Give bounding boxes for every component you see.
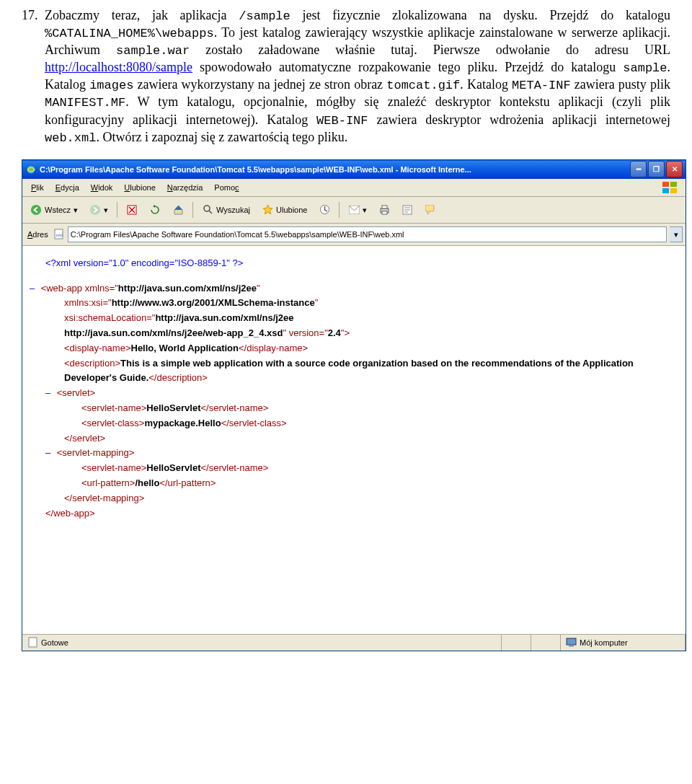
menu-pomoc[interactable]: Pomoc [208,180,244,195]
refresh-button[interactable] [144,201,166,219]
xml-pi: <?xml version="1.0" encoding="ISO-8859-1… [45,257,243,268]
text: zostało załadowane właśnie tutaj. Pierws… [190,43,670,57]
xml-attr-val: http://java.sun.com/xml/ns/j2ee/web-app_… [64,327,283,338]
titlebar: C:\Program Files\Apache Software Foundat… [22,160,686,179]
svg-point-8 [204,206,210,211]
status-zone-text: Mój komputer [580,638,628,648]
status-empty-2 [531,635,561,651]
document-list-item: 17. Zobaczmy teraz, jak aplikacja /sampl… [22,7,670,146]
svg-rect-13 [382,211,387,214]
status-text-panel: Gotowe [22,635,502,651]
xml-tag: </servlet> [64,433,105,444]
address-dropdown-button[interactable]: ▾ [670,226,683,242]
menu-widok[interactable]: Widok [85,180,119,195]
xml-tag: xmlns:xsi=" [64,297,112,308]
code: %CATALINA_HOME%\webapps [45,27,214,40]
xml-text: /hello [135,477,159,488]
dropdown-arrow-icon: ▾ [363,205,367,215]
statusbar: Gotowe Mój komputer [22,634,686,651]
xml-tag: <servlet-mapping> [57,447,135,458]
xml-tag: xsi:schemaLocation=" [64,312,155,323]
xml-tag: </servlet-mapping> [64,493,144,503]
history-button[interactable] [314,201,335,219]
xml-attr-val: http://www.w3.org/2001/XMLSchema-instanc… [112,297,315,308]
stop-button[interactable] [121,201,143,219]
text: . Katalog [460,77,512,92]
menu-ulubione[interactable]: Ulubione [118,180,161,195]
svg-rect-15 [425,205,434,211]
collapse-toggle[interactable]: – [30,281,38,296]
text: jest fizycznie zlokalizowana na dysku. P… [290,8,670,22]
windows-flag-icon [657,180,683,195]
back-button[interactable]: Wstecz ▾ [25,201,83,219]
xml-tag: </servlet-class> [221,418,287,428]
menu-narzedzia[interactable]: Narzędzia [161,180,209,195]
code: /sample [239,9,290,23]
xml-tag: <display-name> [64,343,131,353]
xml-tag: </servlet-name> [200,402,268,413]
address-label: Adres [25,229,50,239]
text: zawiera wykorzystany na jednej ze stron … [133,77,386,92]
menu-plik[interactable]: Plik [25,180,50,195]
text: zawiera deskryptor wdrożenia aplikacji i… [368,113,670,127]
xml-tag: " [257,283,260,294]
text: spowodowało automatyczne rozpakowanie te… [192,60,623,74]
url-link[interactable]: http://localhost:8080/sample [45,60,192,74]
svg-rect-4 [670,188,677,193]
window-title: C:\Program Files\Apache Software Foundat… [40,164,630,175]
back-label: Wstecz [45,205,71,215]
status-empty-1 [502,635,531,651]
xml-tag: "> [341,327,350,338]
search-button[interactable]: Wyszukaj [197,201,255,219]
toolbar: Wstecz ▾ ▾ Wyszukaj Ulubione [22,197,686,224]
svg-rect-20 [569,646,574,647]
forward-button[interactable]: ▾ [84,201,113,219]
collapse-toggle[interactable]: – [45,386,54,401]
code: sample.war [116,44,190,58]
xml-text: HelloServlet [146,462,200,473]
svg-point-6 [90,205,100,215]
code: tomcat.gif [386,79,460,92]
menu-edycja[interactable]: Edycja [50,180,85,195]
edit-button[interactable] [396,201,418,219]
computer-icon [565,637,577,648]
document-icon [27,637,38,648]
stop-icon [126,204,138,216]
xml-text: mypackage.Hello [144,418,221,428]
code: WEB-INF [316,114,368,128]
svg-rect-2 [670,182,677,187]
content-area: <?xml version="1.0" encoding="ISO-8859-1… [22,246,686,634]
ie-icon [25,164,37,175]
minimize-button[interactable]: ━ [630,161,647,177]
xml-tag: " version=" [283,327,327,338]
text: zawiera pusty plik [571,77,670,92]
maximize-button[interactable]: ❐ [648,161,665,177]
discuss-button[interactable] [420,201,441,219]
close-button[interactable]: ✕ [666,161,683,177]
collapse-toggle[interactable]: – [45,446,54,461]
favorites-label: Ulubione [276,205,307,215]
discuss-icon [425,204,436,216]
address-input[interactable]: C:\Program Files\Apache Software Foundat… [68,226,667,242]
xml-file-icon: xml [53,229,65,240]
address-value: C:\Program Files\Apache Software Foundat… [71,229,404,239]
xml-attr-val: 2.4 [328,327,341,338]
mail-button[interactable]: ▾ [343,201,372,219]
mail-icon [348,204,360,216]
svg-rect-3 [662,188,669,193]
xml-tag: <description> [64,358,120,369]
forward-arrow-icon [89,204,101,216]
refresh-icon [149,204,161,216]
home-button[interactable] [167,201,189,219]
dropdown-arrow-icon: ▾ [104,205,108,215]
star-icon [262,204,273,216]
xml-tag: <url-pattern> [81,477,135,488]
xml-tag: <servlet-class> [81,418,144,428]
xml-tag: <servlet-name> [81,462,146,473]
xml-tag: </web-app> [45,508,95,519]
favorites-button[interactable]: Ulubione [257,201,312,219]
print-button[interactable] [373,201,395,219]
item-body: Zobaczmy teraz, jak aplikacja /sample je… [45,7,670,146]
item-number: 17. [22,7,45,24]
history-icon [319,204,330,216]
